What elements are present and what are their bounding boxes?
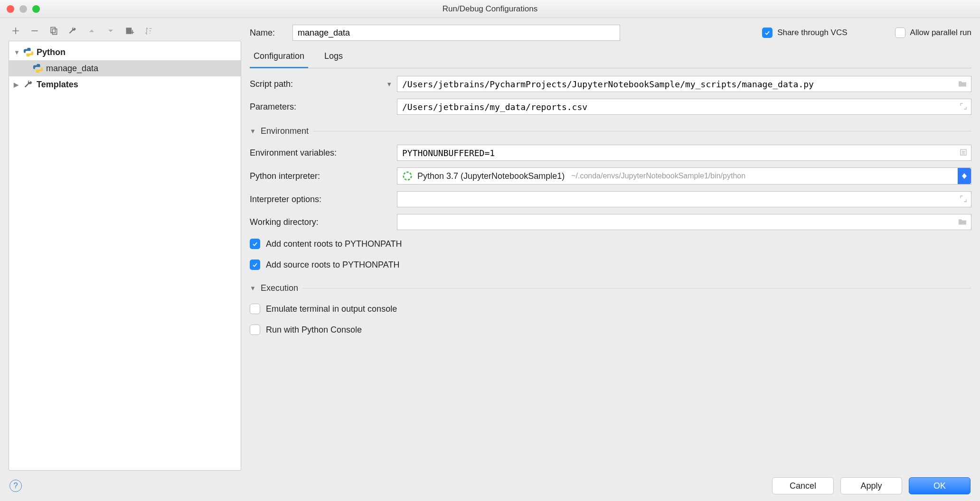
working-dir-label: Working directory: — [250, 217, 392, 227]
working-dir-input[interactable] — [397, 214, 971, 230]
window-controls — [0, 5, 40, 13]
config-toolbar — [9, 23, 241, 41]
tree-item-manage-data[interactable]: manage_data — [9, 60, 241, 76]
interpreter-value: Python 3.7 (JupyterNotebookSample1) — [417, 171, 565, 181]
svg-point-4 — [404, 172, 412, 180]
parameters-input[interactable] — [397, 99, 971, 115]
apply-button[interactable]: Apply — [840, 477, 902, 494]
interpreter-select[interactable]: Python 3.7 (JupyterNotebookSample1) ~/.c… — [397, 167, 971, 185]
script-path-input[interactable] — [397, 76, 971, 92]
python-icon — [33, 63, 43, 74]
tree-group-label: Templates — [37, 80, 78, 90]
name-input[interactable] — [292, 25, 620, 41]
execution-section[interactable]: ▼ Execution — [250, 278, 971, 295]
env-vars-label: Environment variables: — [250, 148, 392, 158]
python-icon — [23, 47, 34, 57]
chevron-down-icon[interactable]: ▼ — [250, 128, 256, 135]
svg-rect-2 — [126, 28, 132, 34]
add-icon[interactable] — [10, 26, 21, 36]
tab-configuration[interactable]: Configuration — [250, 47, 308, 68]
list-icon[interactable] — [960, 148, 967, 158]
tab-logs[interactable]: Logs — [320, 47, 347, 68]
allow-parallel-checkbox[interactable]: Allow parallel run — [895, 28, 971, 38]
tree-group-python[interactable]: ▼ Python — [9, 44, 241, 60]
copy-icon[interactable] — [48, 26, 59, 36]
expand-icon[interactable] — [960, 195, 967, 204]
parameters-label: Parameters: — [250, 102, 392, 112]
minimize-window-button[interactable] — [19, 5, 27, 13]
svg-rect-0 — [51, 28, 55, 33]
chevron-right-icon[interactable]: ▶ — [14, 81, 20, 88]
tabs: Configuration Logs — [250, 47, 971, 68]
folder-icon[interactable] — [958, 217, 967, 227]
tree-group-label: Python — [37, 47, 66, 57]
name-label: Name: — [250, 28, 283, 38]
save-template-icon[interactable] — [124, 26, 135, 36]
run-with-console-checkbox[interactable]: Run with Python Console — [250, 323, 971, 337]
sort-icon — [143, 26, 154, 36]
chevron-down-icon[interactable]: ▼ — [250, 285, 256, 292]
ok-button[interactable]: OK — [909, 477, 971, 494]
allow-parallel-label: Allow parallel run — [910, 28, 971, 37]
cancel-button[interactable]: Cancel — [772, 477, 834, 494]
svg-rect-1 — [53, 29, 57, 35]
stepper-icon[interactable] — [958, 168, 971, 184]
tree-item-label: manage_data — [46, 64, 98, 74]
share-vcs-checkbox[interactable]: Share through VCS — [762, 28, 847, 38]
folder-icon[interactable] — [958, 79, 967, 89]
add-source-roots-checkbox[interactable]: Add source roots to PYTHONPATH — [250, 258, 971, 272]
add-content-roots-checkbox[interactable]: Add content roots to PYTHONPATH — [250, 237, 971, 251]
move-down-icon — [105, 26, 116, 36]
conda-icon — [402, 171, 413, 181]
move-up-icon — [86, 26, 97, 36]
expand-icon[interactable] — [960, 102, 967, 112]
interp-options-label: Interpreter options: — [250, 195, 392, 204]
interpreter-path: ~/.conda/envs/JupyterNotebookSample1/bin… — [571, 172, 745, 180]
interpreter-label: Python interpreter: — [250, 171, 392, 181]
chevron-down-icon[interactable]: ▼ — [386, 81, 392, 88]
environment-section[interactable]: ▼ Environment — [250, 121, 971, 138]
help-button[interactable]: ? — [9, 480, 22, 492]
titlebar: Run/Debug Configurations — [0, 0, 980, 18]
tree-group-templates[interactable]: ▶ Templates — [9, 76, 241, 93]
close-window-button[interactable] — [7, 5, 14, 13]
chevron-down-icon[interactable]: ▼ — [14, 49, 20, 56]
remove-icon[interactable] — [29, 26, 40, 36]
script-path-label[interactable]: Script path: ▼ — [250, 79, 392, 89]
share-vcs-label: Share through VCS — [777, 28, 847, 37]
emulate-terminal-checkbox[interactable]: Emulate terminal in output console — [250, 302, 971, 316]
maximize-window-button[interactable] — [32, 5, 40, 13]
wrench-icon[interactable] — [67, 26, 78, 36]
window-title: Run/Debug Configurations — [443, 4, 537, 14]
wrench-icon — [23, 79, 34, 90]
env-vars-input[interactable] — [397, 145, 971, 161]
config-tree[interactable]: ▼ Python manage_data ▶ — [9, 41, 241, 471]
interp-options-input[interactable] — [397, 191, 971, 207]
